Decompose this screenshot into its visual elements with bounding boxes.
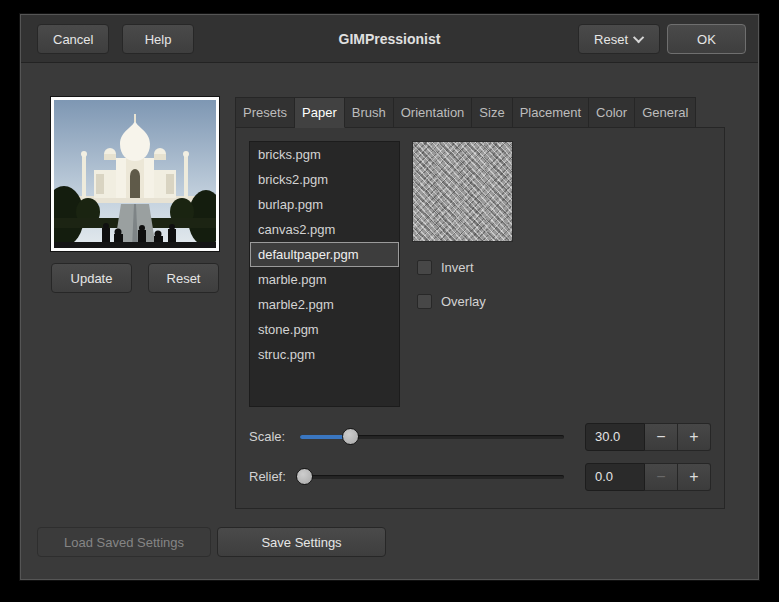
- tab-general[interactable]: General: [635, 97, 696, 128]
- scale-decrement-button[interactable]: −: [645, 423, 678, 451]
- reset-menu-label: Reset: [594, 32, 628, 47]
- reset-menu-button[interactable]: Reset: [578, 24, 660, 54]
- scale-slider[interactable]: [296, 422, 568, 452]
- paper-file-list[interactable]: bricks.pgm bricks2.pgm burlap.pgm canvas…: [249, 141, 400, 407]
- preview-reset-button[interactable]: Reset: [148, 263, 219, 293]
- relief-slider-trough: [300, 475, 564, 479]
- tab-size[interactable]: Size: [472, 97, 512, 128]
- chevron-down-icon: [633, 32, 644, 43]
- invert-label: Invert: [441, 260, 474, 275]
- list-item-selected[interactable]: defaultpaper.pgm: [250, 242, 399, 267]
- tab-placement[interactable]: Placement: [513, 97, 589, 128]
- invert-check-row: Invert: [417, 259, 474, 275]
- invert-checkbox[interactable]: [417, 260, 432, 275]
- relief-slider[interactable]: [296, 462, 568, 492]
- tab-bar: Presets Paper Brush Orientation Size Pla…: [235, 97, 725, 128]
- update-button[interactable]: Update: [51, 263, 132, 293]
- list-item[interactable]: bricks.pgm: [250, 142, 399, 167]
- list-item[interactable]: canvas2.pgm: [250, 217, 399, 242]
- tab-paper[interactable]: Paper: [295, 97, 345, 128]
- list-item[interactable]: struc.pgm: [250, 342, 399, 367]
- notebook: Presets Paper Brush Orientation Size Pla…: [235, 97, 725, 509]
- help-button[interactable]: Help: [122, 24, 194, 54]
- ok-button[interactable]: OK: [667, 24, 746, 54]
- scale-slider-knob[interactable]: [342, 428, 359, 445]
- header-bar: Cancel Help GIMPressionist Reset OK: [21, 15, 758, 63]
- gimpressionist-dialog: Cancel Help GIMPressionist Reset OK: [20, 14, 759, 580]
- list-item[interactable]: marble2.pgm: [250, 292, 399, 317]
- overlay-check-row: Overlay: [417, 293, 486, 309]
- paper-texture-preview: [412, 141, 513, 242]
- relief-value[interactable]: 0.0: [585, 463, 645, 491]
- preview-image-taj-mahal: [54, 100, 216, 248]
- list-item[interactable]: burlap.pgm: [250, 192, 399, 217]
- relief-row: Relief: 0.0 − +: [236, 462, 724, 492]
- relief-increment-button[interactable]: +: [678, 463, 711, 491]
- cancel-button[interactable]: Cancel: [37, 24, 109, 54]
- overlay-checkbox[interactable]: [417, 294, 432, 309]
- scale-label: Scale:: [249, 422, 285, 452]
- list-item[interactable]: stone.pgm: [250, 317, 399, 342]
- preview-frame: [51, 97, 219, 251]
- scale-spinbox: 30.0 − +: [585, 423, 711, 451]
- list-item[interactable]: marble.pgm: [250, 267, 399, 292]
- relief-spinbox: 0.0 − +: [585, 463, 711, 491]
- paper-tab-panel: bricks.pgm bricks2.pgm burlap.pgm canvas…: [235, 128, 725, 509]
- list-item[interactable]: bricks2.pgm: [250, 167, 399, 192]
- scale-row: Scale: 30.0 − +: [236, 422, 724, 452]
- save-settings-button[interactable]: Save Settings: [217, 527, 386, 557]
- relief-decrement-button[interactable]: −: [645, 463, 678, 491]
- load-saved-settings-button[interactable]: Load Saved Settings: [37, 527, 211, 557]
- relief-label: Relief:: [249, 462, 286, 492]
- scale-increment-button[interactable]: +: [678, 423, 711, 451]
- tab-presets[interactable]: Presets: [235, 97, 295, 128]
- relief-slider-knob[interactable]: [296, 468, 313, 485]
- tab-color[interactable]: Color: [589, 97, 635, 128]
- tab-orientation[interactable]: Orientation: [394, 97, 473, 128]
- scale-value[interactable]: 30.0: [585, 423, 645, 451]
- tab-brush[interactable]: Brush: [345, 97, 394, 128]
- overlay-label: Overlay: [441, 294, 486, 309]
